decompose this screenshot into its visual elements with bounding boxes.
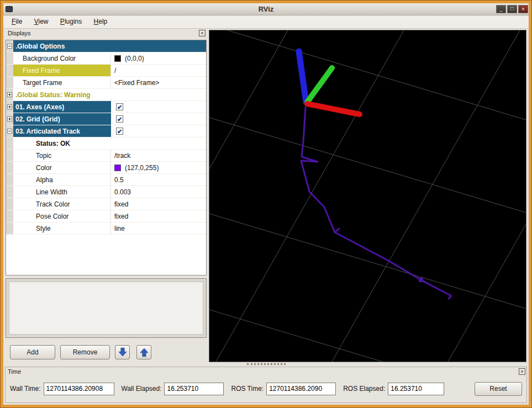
time-panel: Time Wall Time: Wall Elapsed: ROS Time: …	[5, 367, 527, 403]
splitter-handle[interactable]	[247, 363, 286, 365]
tree-gutter	[6, 101, 13, 113]
tree-row-global-options[interactable]: .Global Options	[6, 40, 206, 52]
tree-empty-area	[6, 235, 206, 275]
expand-icon[interactable]	[7, 92, 12, 97]
close-panel-icon[interactable]	[199, 30, 206, 36]
color-swatch[interactable]	[114, 55, 121, 62]
tree-gutter	[6, 77, 13, 88]
tree-row-fixed-frame[interactable]: Fixed Frame /	[6, 65, 206, 77]
menu-help[interactable]: Help	[89, 15, 113, 28]
move-up-button[interactable]	[136, 345, 151, 359]
tree-row-global-status[interactable]: .Global Status: Warning	[6, 89, 206, 101]
arrow-down-icon	[117, 347, 128, 358]
tree-row-articulated-track-display[interactable]: 03. Articulated Track	[6, 125, 206, 137]
display-enabled-checkbox[interactable]	[116, 115, 123, 123]
tree-row-topic[interactable]: Topic /track	[6, 150, 206, 162]
window-controls	[496, 5, 528, 13]
tree-gutter	[6, 186, 13, 198]
property-value[interactable]: fixed	[111, 198, 206, 210]
property-value[interactable]: /	[111, 65, 206, 76]
tree-gutter	[6, 150, 13, 161]
tree-gutter	[6, 174, 13, 186]
display-label: 02. Grid (Grid)	[13, 113, 111, 125]
display-enable-cell	[111, 113, 206, 125]
time-panel-title-text: Time	[8, 368, 21, 375]
displays-tree: .Global Options Background Color (0,0,0)…	[6, 40, 207, 275]
tree-gutter	[6, 113, 13, 125]
wall-elapsed-label: Wall Elapsed:	[122, 385, 162, 393]
property-value[interactable]: /track	[111, 150, 206, 161]
close-panel-icon[interactable]	[519, 368, 525, 375]
time-fields-row: Wall Time: Wall Elapsed: ROS Time: ROS E…	[10, 380, 522, 397]
tree-row-color[interactable]: Color (127,0,255)	[6, 162, 206, 174]
property-name: Pose Color	[13, 210, 111, 222]
close-button[interactable]	[518, 5, 528, 13]
display-enabled-checkbox[interactable]	[116, 128, 123, 135]
y-axis-line	[307, 68, 332, 102]
property-value[interactable]: 0.003	[111, 186, 206, 198]
color-value-text: (0,0,0)	[125, 55, 144, 62]
expand-icon[interactable]	[7, 104, 12, 109]
tree-row-style[interactable]: Style line	[6, 222, 206, 235]
menubar: File View Plugins Help	[3, 15, 529, 29]
tree-row-track-color[interactable]: Track Color fixed	[6, 198, 206, 210]
window-body: File View Plugins Help Displays .Global …	[3, 15, 529, 405]
add-button[interactable]: Add	[10, 345, 55, 359]
render-view[interactable]	[209, 30, 526, 362]
color-swatch[interactable]	[114, 165, 121, 171]
color-value-text: (127,0,255)	[125, 164, 159, 172]
menu-file[interactable]: File	[7, 15, 27, 28]
property-name: Target Frame	[13, 77, 111, 88]
property-value[interactable]: 0.5	[111, 174, 206, 186]
collapse-icon[interactable]	[7, 129, 12, 134]
remove-button[interactable]: Remove	[60, 345, 110, 359]
tree-row-background-color[interactable]: Background Color (0,0,0)	[6, 52, 206, 65]
render-scene	[209, 30, 526, 362]
tree-row-axes-display[interactable]: 01. Axes (Axes)	[6, 101, 206, 113]
display-label: 01. Axes (Axes)	[13, 101, 111, 113]
tree-row-alpha[interactable]: Alpha 0.5	[6, 174, 206, 186]
tree-row-line-width[interactable]: Line Width 0.003	[6, 186, 206, 198]
property-value[interactable]: <Fixed Frame>	[111, 77, 206, 88]
ros-time-label: ROS Time:	[231, 385, 264, 393]
wall-time-label: Wall Time:	[10, 385, 41, 393]
tree-row-track-status[interactable]: Status: OK	[6, 137, 206, 150]
property-name: Line Width	[13, 186, 111, 198]
titlebar[interactable]: RViz	[3, 3, 529, 15]
tree-row-grid-display[interactable]: 02. Grid (Grid)	[6, 113, 206, 125]
property-value[interactable]: (127,0,255)	[111, 162, 206, 173]
displays-panel-title-text: Displays	[8, 30, 31, 36]
expand-icon[interactable]	[7, 116, 12, 121]
displays-button-row: Add Remove	[10, 345, 207, 359]
tree-row-target-frame[interactable]: Target Frame <Fixed Frame>	[6, 77, 206, 89]
x-axis-line	[307, 104, 360, 114]
status-ok-label: Status: OK	[13, 137, 206, 149]
property-name: Track Color	[13, 198, 111, 210]
collapse-icon[interactable]	[7, 44, 12, 49]
window-title: RViz	[3, 5, 529, 13]
tree-gutter	[6, 210, 13, 222]
property-name: Color	[13, 162, 111, 173]
property-value[interactable]: line	[111, 222, 206, 234]
ros-elapsed-input[interactable]	[388, 383, 444, 395]
menu-plugins[interactable]: Plugins	[55, 15, 87, 28]
menu-view[interactable]: View	[29, 15, 54, 28]
display-enabled-checkbox[interactable]	[116, 103, 123, 110]
wall-elapsed-input[interactable]	[164, 383, 224, 395]
tree-gutter	[6, 89, 13, 100]
ros-time-input[interactable]	[266, 383, 336, 395]
maximize-button[interactable]	[507, 5, 517, 13]
property-name-selected[interactable]: Fixed Frame	[13, 65, 111, 76]
check-icon	[117, 128, 122, 135]
reset-button[interactable]: Reset	[475, 382, 522, 396]
minimize-button[interactable]	[496, 5, 506, 13]
tree-row-pose-color[interactable]: Pose Color fixed	[6, 210, 206, 222]
description-box	[6, 278, 207, 338]
property-name: Style	[13, 222, 111, 234]
property-value[interactable]: (0,0,0)	[111, 52, 206, 64]
wall-time-input[interactable]	[44, 383, 114, 395]
move-down-button[interactable]	[115, 345, 130, 359]
check-icon	[117, 103, 122, 111]
property-value[interactable]: fixed	[111, 210, 206, 222]
tree-gutter	[6, 40, 13, 52]
